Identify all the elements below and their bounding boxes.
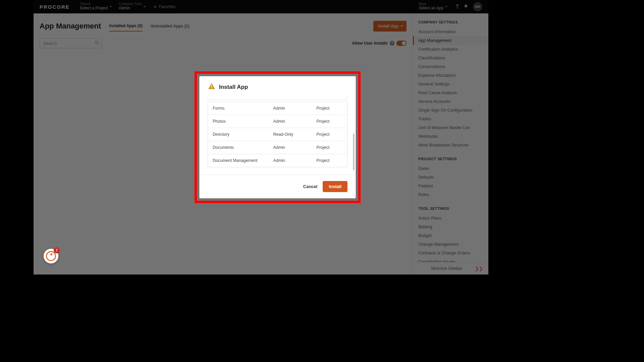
sidebar-item-expense-allocations[interactable]: Expense Allocations [413,71,488,80]
sidebar-item-app-management[interactable]: App Management [413,36,488,45]
minimize-sidebar[interactable]: Minimize Sidebar ❯❯ [413,262,488,275]
modal-header: Install App [200,76,356,97]
perm-level: Admin [273,119,317,124]
company-tools-selector[interactable]: Company Tools Admin [115,1,148,12]
perm-scope: Project [317,158,342,163]
company-tools-value: Admin [119,6,142,11]
modal-highlight-frame: Install App Forms Admin Project Photos A… [195,71,361,203]
allow-user-installs-label: Allow User Installs [352,41,388,46]
allow-user-installs-toggle[interactable] [396,41,407,46]
install-button[interactable]: Install [323,181,347,192]
sidebar-item-service-accounts[interactable]: Service Accounts [413,97,488,106]
apps-selector-value: Select an App [419,6,443,11]
search-wrap [40,38,102,48]
perm-scope: Project [317,106,342,111]
page-title: App Management [40,22,101,31]
user-avatar[interactable]: NH [473,2,482,11]
notifications-icon[interactable] [464,4,468,10]
svg-rect-3 [211,88,212,88]
sidebar-item-general-settings[interactable]: General Settings [413,80,488,88]
top-nav: PROCORE Tyfoom Select a Project Company … [34,0,488,13]
table-row: Directory Read-Only Project [208,128,347,141]
help-widget-bubble[interactable]: 7 [44,249,58,263]
sidebar-item-certification-analytics[interactable]: Certification Analytics [413,45,488,54]
svg-point-0 [95,41,98,44]
sidebar-item-change-management[interactable]: Change Management [413,240,488,249]
svg-line-1 [97,43,98,44]
sidebar-item-account-information[interactable]: Account Information [413,27,488,36]
sidebar-heading-tools: TOOL SETTINGS [413,206,488,214]
perm-level: Admin [273,158,317,163]
sidebar-item-contracts-change-orders[interactable]: Contracts & Change Orders [413,249,488,257]
sidebar-item-bidding[interactable]: Bidding [413,223,488,231]
cancel-button[interactable]: Cancel [303,184,318,189]
modal-scroll-cutoff [208,97,347,100]
settings-sidebar: COMPANY SETTINGS Account Information App… [413,13,488,275]
modal-scrollbar[interactable] [353,133,355,170]
sidebar-item-conversations[interactable]: Conversations [413,62,488,71]
logo: PROCORE [40,4,70,10]
modal-body: Forms Admin Project Photos Admin Project… [200,97,356,175]
perm-level: Admin [273,106,317,111]
help-tooltip-icon[interactable]: ? [390,41,394,46]
svg-rect-2 [211,85,212,87]
sidebar-item-budget[interactable]: Budget [413,231,488,240]
tab-installed-apps[interactable]: Installed Apps (0) [109,21,143,32]
install-app-button[interactable]: Install App [373,21,407,32]
table-row: Forms Admin Project [208,102,347,115]
sidebar-item-wbs[interactable]: Work Breakdown Structure [413,141,488,149]
perm-tool: Directory [213,132,273,137]
project-selector-value: Select a Project [80,6,108,11]
table-row: Document Management Admin Project [208,154,347,167]
table-row: Documents Admin Project [208,141,347,154]
perm-tool: Document Management [213,158,273,163]
perm-scope: Project [317,145,342,150]
sidebar-heading-company: COMPANY SETTINGS [413,20,488,27]
table-row: Photos Admin Project [208,115,347,128]
perm-tool: Forms [213,106,273,111]
sidebar-item-trades[interactable]: Trades [413,115,488,123]
page-header: App Management Installed Apps (0) Uninst… [40,21,407,32]
project-selector-label: Tyfoom [80,2,108,6]
perm-level: Read-Only [273,132,317,137]
sidebar-heading-project: PROJECT SETTINGS [413,157,488,164]
perm-level: Admin [273,145,317,150]
project-selector[interactable]: Tyfoom Select a Project [76,1,114,12]
notification-badge: 7 [54,247,60,253]
search-icon [95,40,99,46]
apps-selector[interactable]: Apps Select an App [415,1,449,12]
perm-scope: Project [317,132,342,137]
tab-uninstalled-apps[interactable]: Uninstalled Apps (1) [151,21,190,31]
sidebar-item-webhooks[interactable]: Webhooks [413,132,488,141]
toolbar-row: Allow User Installs ? [40,38,407,48]
allow-user-installs: Allow User Installs ? [352,41,407,46]
modal-footer: Cancel Install [200,175,356,198]
help-icon[interactable]: ? [455,4,459,10]
favorites-link[interactable]: ★ Favorites [153,4,175,9]
install-app-modal: Install App Forms Admin Project Photos A… [199,76,356,198]
perm-scope: Project [317,119,342,124]
favorites-label: Favorites [159,4,175,9]
modal-title: Install App [219,84,248,90]
sidebar-item-dates[interactable]: Dates [413,164,488,173]
star-icon: ★ [153,4,157,9]
sidebar-item-classifications[interactable]: Classifications [413,54,488,62]
minimize-sidebar-label: Minimize Sidebar [431,266,462,271]
warning-icon [208,82,216,92]
apps-selector-label: Apps [419,2,443,6]
sidebar-item-defaults[interactable]: Defaults [413,173,488,182]
chevrons-right-icon: ❯❯ [475,266,483,271]
sidebar-item-sso-configuration[interactable]: Single Sign On Configuration [413,106,488,115]
sidebar-item-action-plans[interactable]: Action Plans [413,214,488,223]
sidebar-item-roles[interactable]: Roles [413,190,488,199]
permissions-table: Forms Admin Project Photos Admin Project… [208,102,347,167]
sidebar-item-fieldset[interactable]: Fieldset [413,182,488,190]
sidebar-item-uom-master-list[interactable]: Unit of Measure Master List [413,123,488,132]
sidebar-item-root-cause-analysis[interactable]: Root Cause Analysis [413,88,488,97]
perm-tool: Documents [213,145,273,150]
company-tools-label: Company Tools [119,2,142,6]
perm-tool: Photos [213,119,273,124]
search-input[interactable] [40,38,102,48]
